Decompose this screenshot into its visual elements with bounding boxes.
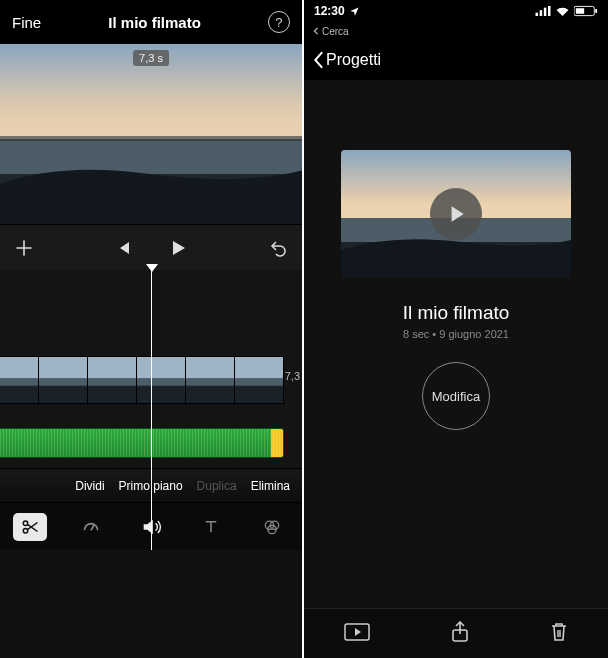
timeline[interactable]: 7,3 Dividi Primo piano Duplica Elimina: [0, 270, 302, 550]
play-project-button[interactable]: [344, 622, 370, 646]
clip-thumbnail: [0, 357, 39, 403]
undo-icon: [268, 238, 288, 258]
add-media-button[interactable]: [14, 238, 34, 258]
filters-icon: [262, 517, 282, 537]
editor-header: Fine Il mio filmato ?: [0, 0, 302, 44]
project-pane: 12:30 Cerca Progetti: [304, 0, 608, 658]
filters-tool[interactable]: [255, 513, 289, 541]
battery-icon: [574, 5, 598, 17]
svg-rect-27: [536, 13, 539, 16]
scissors-icon: [21, 518, 39, 536]
location-icon: [349, 6, 360, 17]
clip-end-time: 7,3: [285, 370, 300, 382]
share-button[interactable]: [451, 621, 469, 647]
clip-thumbnail: [39, 357, 88, 403]
video-preview[interactable]: 7,3 s: [0, 44, 302, 224]
video-clip[interactable]: [0, 356, 284, 404]
help-button[interactable]: ?: [268, 11, 290, 33]
share-icon: [451, 621, 469, 643]
audio-clip[interactable]: [0, 428, 284, 458]
back-app-label: Cerca: [322, 26, 349, 37]
delete-button[interactable]: Elimina: [251, 479, 290, 493]
speedometer-icon: [81, 517, 101, 537]
audio-clip-tail: [271, 429, 283, 457]
play-button[interactable]: [168, 238, 188, 258]
wifi-icon: [555, 6, 570, 17]
plus-icon: [14, 238, 34, 258]
duration-badge: 7,3 s: [133, 50, 169, 66]
svg-rect-32: [576, 8, 584, 14]
svg-rect-33: [595, 9, 597, 13]
nav-header: Progetti: [304, 40, 608, 80]
delete-project-button[interactable]: [550, 621, 568, 647]
clip-thumbnail: [137, 357, 186, 403]
svg-rect-29: [544, 8, 547, 16]
preview-image: [0, 44, 302, 224]
back-button[interactable]: Progetti: [312, 51, 381, 69]
project-meta: 8 sec • 9 giugno 2021: [403, 328, 509, 340]
status-time: 12:30: [314, 4, 345, 18]
edit-label: Modifica: [432, 389, 480, 404]
play-icon: [168, 238, 188, 258]
project-title-header: Il mio filmato: [108, 14, 201, 31]
play-rect-icon: [344, 622, 370, 642]
svg-rect-28: [540, 10, 543, 16]
editor-pane: Fine Il mio filmato ? 7,3 s: [0, 0, 304, 658]
svg-rect-30: [548, 6, 551, 16]
question-icon: ?: [275, 15, 282, 30]
chevron-left-icon: [312, 51, 324, 69]
playhead[interactable]: [151, 270, 152, 550]
skip-start-button[interactable]: [114, 239, 132, 257]
svg-rect-21: [235, 386, 283, 403]
edit-button[interactable]: Modifica: [422, 362, 490, 430]
text-tool[interactable]: [194, 513, 228, 541]
svg-rect-6: [0, 386, 38, 403]
clip-thumbnail: [235, 357, 284, 403]
undo-button[interactable]: [268, 238, 288, 258]
cellular-icon: [535, 6, 551, 16]
play-icon: [445, 203, 467, 225]
clip-thumbnail: [186, 357, 235, 403]
cut-tool[interactable]: [13, 513, 47, 541]
status-bar: 12:30: [304, 0, 608, 22]
svg-rect-12: [88, 386, 136, 403]
speed-tool[interactable]: [74, 513, 108, 541]
play-overlay[interactable]: [430, 188, 482, 240]
trash-icon: [550, 621, 568, 643]
project-body: Il mio filmato 8 sec • 9 giugno 2021 Mod…: [304, 80, 608, 430]
svg-rect-3: [0, 136, 302, 141]
skip-back-icon: [114, 239, 132, 257]
project-thumbnail[interactable]: [341, 150, 571, 278]
svg-rect-9: [39, 386, 87, 403]
project-title: Il mio filmato: [403, 302, 510, 324]
done-button[interactable]: Fine: [12, 14, 41, 31]
back-to-app[interactable]: Cerca: [304, 22, 608, 40]
svg-rect-15: [137, 386, 185, 403]
back-label: Progetti: [326, 51, 381, 69]
bottom-bar: [304, 608, 608, 658]
text-icon: [202, 518, 220, 536]
clip-thumbnail: [88, 357, 137, 403]
chevron-left-icon: [312, 27, 320, 35]
svg-rect-18: [186, 386, 234, 403]
duplicate-button[interactable]: Duplica: [197, 479, 237, 493]
split-button[interactable]: Dividi: [75, 479, 104, 493]
